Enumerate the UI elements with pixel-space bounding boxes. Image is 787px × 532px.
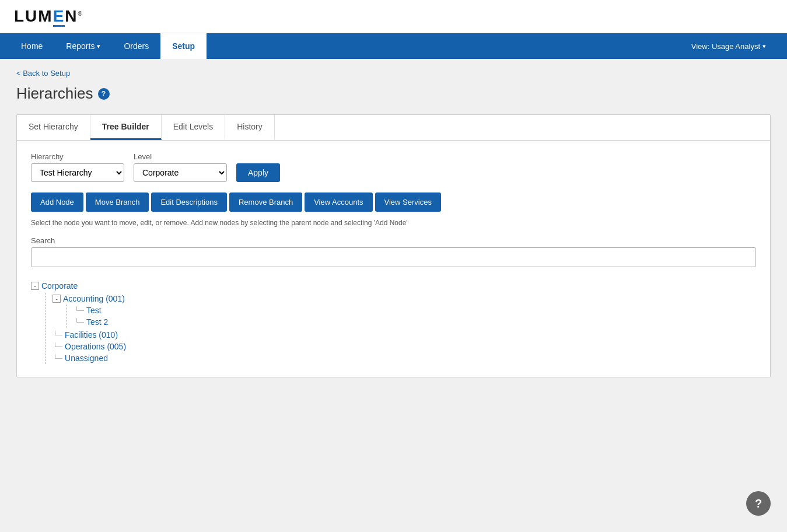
tree-connector-facilities: └─ [53,331,62,339]
back-to-setup-link[interactable]: < Back to Setup [16,69,70,78]
tree-link-operations[interactable]: Operations (005) [65,342,126,351]
tree-link-facilities[interactable]: Facilities (010) [65,330,118,340]
tab-set-hierarchy[interactable]: Set Hierarchy [17,115,90,140]
tree-connector-unassigned: └─ [53,354,62,362]
top-bar: LUMEN® [0,0,787,33]
remove-branch-button[interactable]: Remove Branch [229,192,302,212]
search-group: Search [31,236,756,279]
nav-bar: Home Reports ▾ Orders Setup View: Usage … [0,33,787,59]
logo-trademark: ® [78,10,83,17]
tree-item-row-accounting: - Accounting (001) [53,293,756,304]
page-help-icon[interactable]: ? [98,88,110,100]
tree-connector-test2: └─ [74,318,84,326]
user-view-dropdown-arrow: ▾ [762,43,766,50]
nav-orders[interactable]: Orders [112,33,160,59]
add-node-button[interactable]: Add Node [31,192,83,212]
hierarchy-select[interactable]: Test Hierarchy [31,163,124,182]
nav-reports[interactable]: Reports ▾ [54,33,112,59]
nav-user-view[interactable]: View: Usage Analyst ▾ [680,34,778,59]
tree-link-accounting[interactable]: Accounting (001) [63,294,125,303]
nav-home[interactable]: Home [9,33,54,59]
tab-tree-builder[interactable]: Tree Builder [90,115,162,140]
nav-left: Home Reports ▾ Orders Setup [9,33,207,59]
form-row: Hierarchy Test Hierarchy Level Corporate… [31,152,756,182]
level-group: Level Corporate Department Division [134,152,227,182]
tree-connector-test: └─ [74,306,84,314]
view-accounts-button[interactable]: View Accounts [305,192,372,212]
tree-link-test2[interactable]: Test 2 [86,317,108,327]
hint-text: Select the node you want to move, edit, … [31,219,756,227]
tree-toggle-accounting[interactable]: - [53,295,61,303]
level-label: Level [134,152,227,161]
hierarchy-group: Hierarchy Test Hierarchy [31,152,124,182]
search-label: Search [31,236,756,245]
tabs-header: Set Hierarchy Tree Builder Edit Levels H… [17,115,770,141]
level-select[interactable]: Corporate Department Division [134,163,227,182]
tab-history[interactable]: History [225,115,275,140]
tree-children-corporate: - Accounting (001) └─ Test └─ T [45,293,756,364]
tree-item-row-facilities: └─ Facilities (010) [53,329,756,341]
nav-setup[interactable]: Setup [160,33,207,59]
tree-link-test[interactable]: Test [86,306,102,315]
tab-edit-levels[interactable]: Edit Levels [162,115,225,140]
view-services-button[interactable]: View Services [375,192,441,212]
tree-item-row-unassigned: └─ Unassigned [53,352,756,364]
tabs-container: Set Hierarchy Tree Builder Edit Levels H… [16,114,771,377]
move-branch-button[interactable]: Move Branch [86,192,149,212]
tree-toggle-corporate[interactable]: - [31,282,39,290]
tree-item-row-test2: └─ Test 2 [74,316,756,328]
tree-grandchildren-accounting: └─ Test └─ Test 2 [67,304,756,328]
page-title-row: Hierarchies ? [16,85,771,103]
tree-link-corporate[interactable]: Corporate [41,281,78,290]
tree: - Corporate - Accounting (001) [31,280,756,364]
tree-item-row-corporate: - Corporate [31,280,756,292]
logo: LUMEN® [14,7,83,26]
nav-right: View: Usage Analyst ▾ [680,33,778,59]
hierarchy-label: Hierarchy [31,152,124,161]
reports-dropdown-arrow: ▾ [97,43,100,50]
tree-item-row-operations: └─ Operations (005) [53,341,756,352]
main-content: < Back to Setup Hierarchies ? Set Hierar… [0,59,787,401]
tree-item-row-test: └─ Test [74,304,756,316]
tree-connector-operations: └─ [53,342,62,351]
tab-content: Hierarchy Test Hierarchy Level Corporate… [17,141,770,377]
tree-node-accounting: - Accounting (001) └─ Test └─ T [53,293,756,328]
action-buttons: Add Node Move Branch Edit Descriptions R… [31,192,756,212]
apply-button[interactable]: Apply [236,163,280,182]
tree-node-corporate: - Corporate - Accounting (001) [31,280,756,364]
page-title: Hierarchies [16,85,93,103]
search-input[interactable] [31,247,756,267]
tree-link-unassigned[interactable]: Unassigned [65,354,108,363]
edit-descriptions-button[interactable]: Edit Descriptions [151,192,227,212]
